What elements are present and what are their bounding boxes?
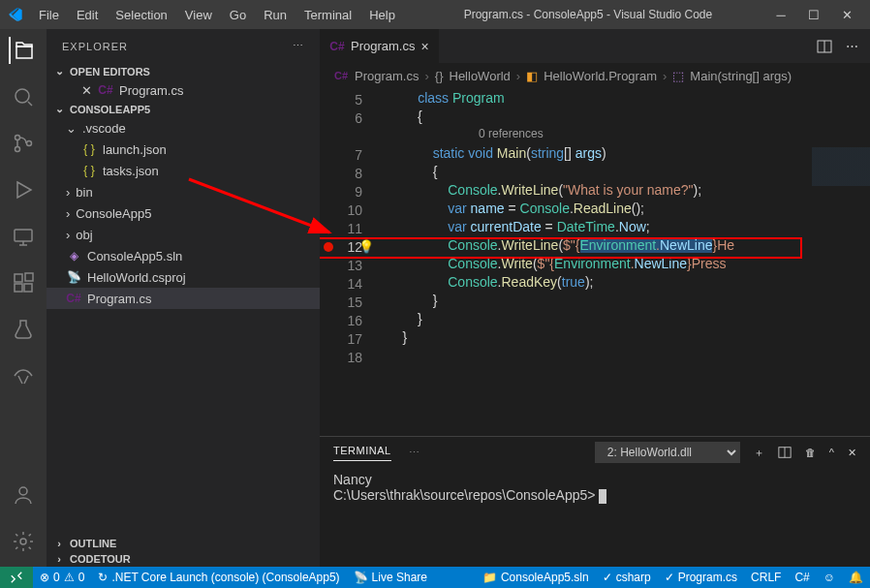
menu-file[interactable]: File [31,4,67,26]
csharp-icon: C# [333,68,349,83]
minimize-button[interactable]: ─ [773,8,789,22]
method-icon: ⬚ [672,69,684,83]
folder-item[interactable]: ›ConsoleApp5 [47,202,320,224]
tab-program-cs[interactable]: C# Program.cs × [320,29,440,63]
file-item[interactable]: { }launch.json [47,139,320,160]
code-editor[interactable]: 56 789101112💡131415161718 class Program … [320,88,870,436]
code-lines[interactable]: class Program {0 references static void … [388,88,870,436]
maximize-button[interactable]: ☐ [806,8,822,22]
file-item[interactable]: { }tasks.json [47,160,320,181]
close-icon[interactable]: ✕ [81,83,92,98]
settings-icon[interactable] [10,528,37,555]
more-actions-icon[interactable]: ⋯ [846,39,858,53]
menu-view[interactable]: View [177,4,220,26]
menu-run[interactable]: Run [256,4,295,26]
search-icon[interactable] [10,83,37,110]
file-item[interactable]: 📡HelloWorld.csproj [47,266,320,288]
breadcrumb-method[interactable]: Main(string[] args) [690,69,792,83]
svg-rect-5 [15,274,22,282]
outline-header[interactable]: ›OUTLINE [47,536,320,551]
lightbulb-icon[interactable]: 💡 [358,239,374,254]
breadcrumb-namespace[interactable]: HelloWorld [450,69,511,83]
new-terminal-icon[interactable]: ＋ [754,446,764,460]
kill-terminal-icon[interactable]: 🗑 [805,447,816,458]
activity-bar [0,29,47,567]
statusbar: ⊗ 0 ⚠ 0 ↻ .NET Core Launch (console) (Co… [0,567,870,588]
tree-item-label: HelloWorld.csproj [87,270,186,285]
svg-point-1 [16,136,20,140]
json-icon: { } [81,141,97,157]
test-icon[interactable] [10,316,37,343]
json-icon: { } [81,163,97,178]
minimap[interactable] [812,147,870,225]
gutter[interactable]: 56 789101112💡131415161718 [320,88,388,436]
maximize-panel-icon[interactable]: ^ [829,447,834,458]
split-editor-icon[interactable] [817,39,832,54]
class-icon: ◧ [526,69,538,83]
status-errors[interactable]: ⊗ 0 ⚠ 0 [33,567,91,588]
sln-icon: ◈ [66,248,81,263]
close-button[interactable]: ✕ [839,8,854,22]
terminal-prompt: C:\Users\thrak\source\repos\ConsoleApp5> [333,487,856,504]
breakpoint-icon[interactable] [324,242,333,252]
file-item[interactable]: ◈ConsoleApp5.sln [47,245,320,266]
sidebar-more-icon[interactable]: ⋯ [293,40,304,52]
open-editor-item[interactable]: ✕ C# Program.cs [47,79,320,101]
menu-help[interactable]: Help [361,4,403,26]
panel-more-icon[interactable]: ⋯ [409,447,420,459]
window-title: Program.cs - ConsoleApp5 - Visual Studio… [403,8,773,21]
terminal-select[interactable]: 2: HelloWorld.dll [595,442,740,463]
status-bell-icon[interactable]: 🔔 [842,571,870,584]
breadcrumb-class[interactable]: HelloWorld.Program [544,69,657,83]
status-launch[interactable]: ↻ .NET Core Launch (console) (ConsoleApp… [91,567,346,588]
terminal-tab[interactable]: TERMINAL [333,445,391,461]
menu-edit[interactable]: Edit [69,4,106,26]
folder-item[interactable]: ›bin [47,181,320,202]
menu-terminal[interactable]: Terminal [296,4,359,26]
open-editor-label: Program.cs [119,83,183,98]
account-icon[interactable] [10,481,37,509]
menubar: File Edit Selection View Go Run Terminal… [31,4,403,26]
remote-icon[interactable] [0,567,33,588]
file-tree: ⌄.vscode{ }launch.json{ }tasks.json›bin›… [47,117,320,309]
svg-point-3 [27,141,32,146]
status-lang[interactable]: C# [788,571,816,584]
csharp-icon: C# [98,82,113,98]
tree-item-label: obj [76,228,92,242]
status-encoding[interactable]: CRLF [744,571,788,584]
live-share-icon[interactable] [10,362,37,389]
svg-rect-8 [25,273,33,281]
svg-rect-6 [15,284,22,292]
svg-point-10 [20,539,26,544]
close-panel-icon[interactable]: ✕ [848,447,856,459]
status-liveshare[interactable]: 📡 Live Share [347,567,434,588]
close-icon[interactable]: × [420,39,428,54]
tree-item-label: bin [76,185,92,200]
workspace-header[interactable]: ⌄CONSOLEAPP5 [47,101,320,117]
status-feedback-icon[interactable]: ☺ [817,571,842,584]
tree-item-label: launch.json [103,142,167,157]
status-lang-server[interactable]: ✓ csharp [596,571,658,584]
file-item[interactable]: C#Program.cs [47,288,320,309]
breadcrumb-file[interactable]: Program.cs [355,69,419,83]
split-terminal-icon[interactable] [778,446,792,459]
run-debug-icon[interactable] [10,176,37,203]
csproj-icon: 📡 [66,269,81,285]
terminal-panel: TERMINAL ⋯ 2: HelloWorld.dll ＋ 🗑 ^ ✕ Nan… [320,436,870,567]
open-editors-header[interactable]: ⌄OPEN EDITORS [47,63,320,79]
status-active-file[interactable]: ✓ Program.cs [658,571,744,584]
source-control-icon[interactable] [10,130,37,157]
breadcrumbs[interactable]: C# Program.cs › {} HelloWorld › ◧ HelloW… [320,63,870,88]
folder-item[interactable]: ⌄.vscode [47,117,320,139]
terminal-body[interactable]: Nancy C:\Users\thrak\source\repos\Consol… [320,468,870,567]
menu-go[interactable]: Go [222,4,254,26]
codelens[interactable]: 0 references [388,127,870,145]
extensions-icon[interactable] [10,269,37,296]
status-solution[interactable]: 📁 ConsoleApp5.sln [476,571,596,584]
menu-selection[interactable]: Selection [108,4,174,26]
codetour-header[interactable]: ›CODETOUR [47,551,320,567]
explorer-icon[interactable] [9,37,36,64]
remote-explorer-icon[interactable] [10,223,37,250]
folder-item[interactable]: ›obj [47,224,320,245]
csharp-icon: C# [66,291,81,306]
